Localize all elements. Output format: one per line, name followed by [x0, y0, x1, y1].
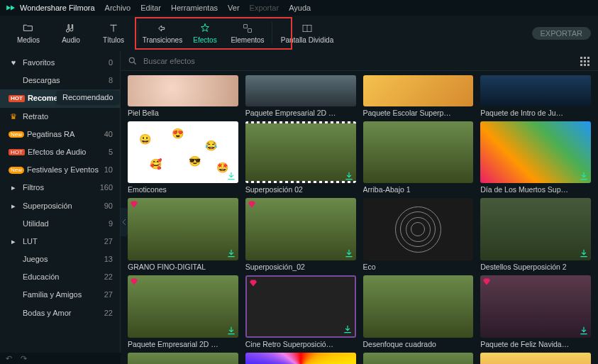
collapse-handle[interactable] — [121, 208, 128, 236]
effect-thumb — [363, 198, 474, 260]
sidebar-item[interactable]: Utilidad9 — [0, 215, 120, 233]
effect-thumb — [480, 275, 591, 338]
menu-editar[interactable]: Editar — [140, 4, 161, 12]
sidebar-item[interactable]: ▸Filtros160 — [0, 179, 120, 197]
effect-card[interactable]: Piel Bella — [128, 75, 238, 117]
tool-label: Efectos — [193, 36, 216, 44]
effect-card[interactable]: Superposición_02 — [245, 198, 356, 271]
effect-thumb — [128, 198, 238, 260]
menu-exportar: Exportar — [250, 4, 279, 12]
tool-label: Elementos — [231, 36, 264, 44]
chevron-right-icon: ▸ — [9, 237, 18, 246]
menu-herramientas[interactable]: Herramientas — [171, 4, 218, 12]
app-logo-icon — [6, 3, 16, 13]
new-badge: New — [9, 167, 24, 174]
effect-label: Superposición 02 — [245, 185, 356, 194]
sidebar-item[interactable]: ▸Superposición90 — [0, 197, 120, 215]
effect-card[interactable] — [480, 353, 591, 364]
svg-rect-1 — [248, 29, 252, 33]
effect-thumb — [480, 75, 591, 106]
effect-card[interactable]: GRANO FINO-DIGITAL — [128, 198, 238, 271]
effect-card[interactable]: Arriba-Abajo 1 — [363, 121, 474, 194]
music-icon — [65, 23, 77, 34]
effect-thumb — [245, 353, 356, 364]
elements-icon — [242, 23, 253, 34]
effect-card[interactable] — [128, 353, 238, 364]
effect-label: Desenfoque cuadrado — [363, 340, 474, 348]
gem-icon — [130, 200, 138, 209]
menu-archivo[interactable]: Archivo — [105, 4, 131, 12]
new-badge: New — [9, 131, 24, 138]
tool-audio[interactable]: Audio — [50, 18, 92, 49]
sidebar-item[interactable]: Descargas8 — [0, 72, 120, 89]
sidebar-item[interactable]: Bodas y Amor22 — [0, 304, 120, 322]
effect-label: Paquete Escolar Superp… — [363, 109, 474, 117]
sidebar-count: 5 — [109, 148, 113, 157]
svg-rect-0 — [244, 25, 248, 28]
effect-label: Destellos Superposición 2 — [480, 263, 591, 271]
tool-label: Transiciones — [143, 36, 182, 44]
tool-titulos[interactable]: Títulos — [92, 18, 135, 49]
sidebar-item[interactable]: Juegos13 — [0, 250, 120, 268]
hot-badge: HOT — [9, 149, 25, 156]
svg-point-4 — [129, 57, 134, 62]
sidebar-item[interactable]: NewFestivales y Eventos10 — [0, 161, 120, 179]
effect-card[interactable]: Paquete Escolar Superp… — [363, 75, 474, 117]
tool-label: Pantalla Dividida — [281, 36, 334, 44]
effect-label: Paquete Empresarial 2D … — [128, 340, 238, 348]
effects-icon — [199, 23, 211, 34]
sidebar-count: 27 — [104, 290, 113, 299]
effect-thumb — [128, 75, 238, 106]
export-button[interactable]: EXPORTAR — [532, 27, 592, 40]
tool-efectos[interactable]: Efectos — [184, 18, 226, 49]
menu-ver[interactable]: Ver — [228, 4, 240, 12]
tool-pantalla[interactable]: Pantalla Dividida — [275, 18, 339, 49]
sidebar-item[interactable]: HOTEfectos de Audio5 — [0, 143, 120, 161]
effect-card[interactable]: Paquete de Intro de Ju… — [480, 75, 591, 117]
sidebar-count: 22 — [104, 272, 113, 282]
tool-elementos[interactable]: Elementos — [226, 18, 269, 49]
sidebar-count: 90 — [104, 202, 113, 211]
effect-card[interactable] — [363, 353, 474, 364]
effect-card[interactable]: Paquete de Feliz Navida… — [480, 275, 591, 348]
menu-ayuda[interactable]: Ayuda — [289, 4, 311, 12]
search-input[interactable] — [143, 57, 572, 65]
tool-label: Medios — [17, 36, 40, 44]
sidebar-item[interactable]: ♛Retrato — [0, 108, 120, 126]
tool-transiciones[interactable]: Transiciones — [141, 18, 184, 49]
sidebar-item[interactable]: Educación22 — [0, 268, 120, 286]
sidebar-count: 10 — [104, 165, 113, 175]
svg-rect-10 — [584, 60, 586, 62]
footer: ↶ ↷ — [0, 353, 121, 364]
sidebar: ♥Favoritos0Descargas8HOTRecomendado500♛R… — [0, 51, 121, 364]
effect-card[interactable]: Paquete Empresarial 2D … — [128, 275, 238, 348]
sidebar-item[interactable]: ♥Favoritos0 — [0, 54, 120, 72]
grid-view-button[interactable] — [578, 55, 591, 67]
gem-icon — [130, 277, 138, 286]
download-icon — [344, 248, 354, 258]
effect-label: Día de Los Muertos Sup… — [480, 185, 591, 194]
undo-icon[interactable]: ↶ — [6, 354, 12, 363]
effect-thumb — [480, 121, 591, 184]
tool-medios[interactable]: Medios — [7, 18, 50, 49]
effect-card[interactable]: Día de Los Muertos Sup… — [480, 121, 591, 194]
download-icon — [226, 248, 236, 258]
effect-card[interactable]: Paquete Empresarial 2D … — [245, 75, 356, 117]
effect-label: Paquete de Feliz Navida… — [480, 340, 591, 348]
sidebar-item[interactable]: NewPegatinas RA40 — [0, 126, 120, 143]
svg-rect-13 — [584, 64, 586, 66]
effect-card[interactable]: Eco — [363, 198, 474, 271]
effect-card[interactable] — [245, 353, 356, 364]
effect-thumb — [245, 275, 356, 338]
effect-card[interactable]: Desenfoque cuadrado — [363, 275, 474, 348]
sidebar-label: Descargas — [23, 76, 60, 85]
gem-icon — [482, 277, 491, 286]
redo-icon[interactable]: ↷ — [21, 354, 27, 363]
sidebar-item[interactable]: ▸LUT27 — [0, 233, 120, 250]
effect-card[interactable]: Destellos Superposición 2 — [480, 198, 591, 271]
effect-card[interactable]: Cine Retro Superposició… — [245, 275, 356, 348]
svg-rect-14 — [587, 64, 589, 66]
effect-card[interactable]: Superposición 02 — [245, 121, 356, 194]
effect-card[interactable]: 😀😍😂🥰😎🤩Emoticones — [128, 121, 238, 194]
sidebar-item[interactable]: Familia y Amigos27 — [0, 286, 120, 304]
